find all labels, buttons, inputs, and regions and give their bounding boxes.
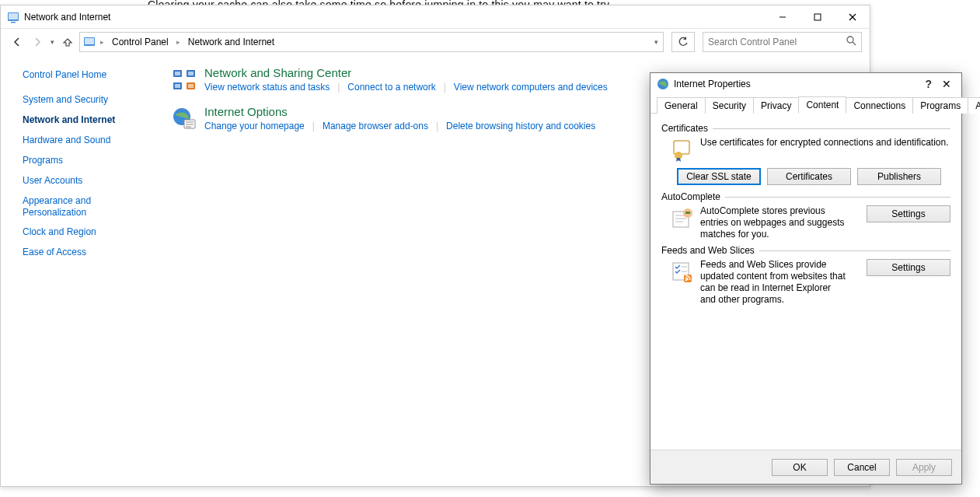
sidebar-item-appearance[interactable]: Appearance andPersonalization [23,195,156,219]
svg-rect-32 [685,212,690,214]
breadcrumb-network-internet[interactable]: Network and Internet [185,37,277,47]
sidebar-item-system-security[interactable]: System and Security [23,94,156,105]
forward-button[interactable] [29,33,46,51]
autocomplete-settings-button[interactable]: Settings [867,205,950,222]
svg-rect-1 [9,13,18,19]
tab-strip: General Security Privacy Content Connect… [650,95,961,114]
link-view-network-computers[interactable]: View network computers and devices [454,82,608,93]
sidebar-item-clock-region[interactable]: Clock and Region [23,226,156,237]
sidebar-item-network-internet[interactable]: Network and Internet [23,114,156,125]
recent-dropdown-icon[interactable]: ▾ [49,38,56,46]
network-sharing-icon [170,66,198,94]
svg-rect-2 [11,22,16,23]
dialog-footer: OK Cancel Apply [650,450,961,484]
svg-rect-4 [814,14,821,20]
feeds-description: Feeds and Web Slices provide updated con… [700,259,848,306]
navigation-bar: ▾ ▸ Control Panel ▸ Network and Internet… [1,29,870,55]
breadcrumb-control-panel[interactable]: Control Panel [109,37,172,47]
dialog-body: Certificates Use certificates for encryp… [650,114,961,450]
autocomplete-icon [669,205,696,232]
group-certificates-label: Certificates [661,123,950,134]
sidebar-item-hardware-sound[interactable]: Hardware and Sound [23,135,156,145]
certificate-icon [669,137,696,163]
up-button[interactable] [59,33,76,51]
internet-properties-dialog: Internet Properties ? ✕ General Security… [650,72,962,485]
tab-programs[interactable]: Programs [912,97,968,114]
link-change-homepage[interactable]: Change your homepage [204,121,305,131]
refresh-button[interactable] [671,32,695,52]
link-connect-network[interactable]: Connect to a network [347,82,435,93]
internet-options-icon [170,105,198,133]
ok-button[interactable]: OK [772,459,828,476]
tab-content[interactable]: Content [798,96,846,114]
sidebar: Control Panel Home System and Security N… [1,55,156,486]
link-manage-addons[interactable]: Manage browser add-ons [323,121,428,131]
svg-rect-15 [175,72,180,75]
feeds-settings-button[interactable]: Settings [867,259,950,276]
tab-privacy[interactable]: Privacy [753,97,799,114]
group-autocomplete-label: AutoComplete [661,191,950,202]
search-input[interactable]: Search Control Panel [703,32,862,52]
feeds-icon [669,259,696,285]
close-button[interactable] [835,5,870,28]
back-button[interactable] [9,33,26,51]
apply-button[interactable]: Apply [896,459,952,476]
search-icon [846,36,856,48]
cancel-button[interactable]: Cancel [834,459,890,476]
sidebar-item-user-accounts[interactable]: User Accounts [23,175,156,186]
tab-general[interactable]: General [657,97,706,114]
clear-ssl-state-button[interactable]: Clear SSL state [677,168,761,185]
category-title[interactable]: Network and Sharing Center [204,66,608,79]
svg-point-37 [685,279,688,282]
svg-rect-25 [674,141,689,154]
address-icon [83,36,96,48]
tab-security[interactable]: Security [705,97,754,114]
chevron-right-icon[interactable]: ▸ [175,38,182,46]
svg-rect-16 [188,72,194,75]
titlebar: Network and Internet [1,5,870,29]
sidebar-item-programs[interactable]: Programs [23,155,156,166]
search-placeholder: Search Control Panel [708,37,797,47]
dialog-titlebar: Internet Properties ? ✕ [650,73,961,95]
tab-connections[interactable]: Connections [846,97,913,114]
svg-rect-18 [188,84,194,88]
svg-point-9 [847,37,853,43]
chevron-right-icon[interactable]: ▸ [99,38,106,46]
sidebar-home[interactable]: Control Panel Home [23,69,156,80]
minimize-button[interactable] [765,5,800,28]
address-dropdown-icon[interactable]: ▾ [653,38,660,46]
svg-rect-17 [175,84,180,88]
category-title[interactable]: Internet Options [204,105,595,118]
address-bar[interactable]: ▸ Control Panel ▸ Network and Internet ▾ [79,32,664,52]
link-view-network-status[interactable]: View network status and tasks [204,82,330,93]
svg-rect-8 [85,38,94,44]
certificates-button[interactable]: Certificates [767,168,851,185]
link-delete-history[interactable]: Delete browsing history and cookies [446,121,595,131]
maximize-button[interactable] [800,5,835,28]
help-button[interactable]: ? [920,78,936,90]
dialog-title: Internet Properties [674,79,751,89]
globe-icon [657,78,669,90]
publishers-button[interactable]: Publishers [857,168,941,185]
dialog-close-button[interactable]: ✕ [936,78,957,90]
group-feeds-label: Feeds and Web Slices [661,245,950,256]
window-title: Network and Internet [24,12,110,23]
svg-line-10 [853,42,856,45]
tab-advanced[interactable]: Advanced [968,97,980,114]
autocomplete-description: AutoComplete stores previous entries on … [700,205,848,240]
sidebar-item-ease-of-access[interactable]: Ease of Access [23,247,156,257]
certificates-description: Use certificates for encrypted connectio… [700,137,949,149]
control-panel-icon [7,11,19,23]
